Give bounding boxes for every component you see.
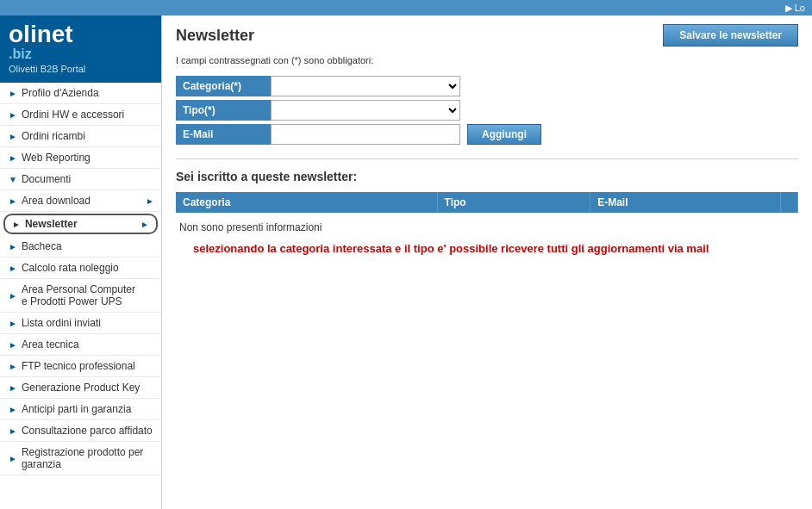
arrow-icon: ► (12, 220, 21, 229)
arrow-icon: ► (9, 110, 17, 120)
arrow-icon: ► (9, 242, 17, 251)
arrow-icon: ► (9, 405, 17, 414)
sidebar-label: Area Personal Computere Prodotti Power U… (22, 283, 135, 307)
save-newsletter-button[interactable]: Salvare le newsletter (663, 24, 798, 47)
tipo-label: Tipo(*) (176, 100, 271, 121)
newsletter-table: Categoria Tipo E-Mail (176, 192, 798, 213)
required-notice: I campi contrassegnati con (*) sono obbl… (176, 55, 798, 65)
sub-arrow-icon: ► (141, 220, 149, 229)
col-action (781, 192, 798, 213)
sidebar-item-bacheca[interactable]: ► Bacheca (0, 236, 161, 258)
email-row: E-Mail Aggiungi (176, 124, 798, 145)
categoria-label: Categoria(*) (176, 76, 271, 96)
arrow-icon: ► (9, 132, 17, 141)
sidebar-item-ordini-hw[interactable]: ► Ordini HW e accessori (0, 104, 161, 126)
add-button[interactable]: Aggiungi (467, 124, 541, 145)
arrow-icon: ▼ (9, 175, 17, 184)
page-header: Newsletter Salvare le newsletter (176, 24, 798, 47)
arrow-icon: ► (9, 454, 17, 463)
sidebar-item-area-download[interactable]: ► Area download ► (0, 190, 161, 212)
sidebar-label: Lista ordini inviati (22, 317, 101, 329)
arrow-icon: ► (9, 196, 17, 206)
col-tipo: Tipo (437, 192, 590, 213)
logo-area: olinet .biz Olivetti B2B Portal (0, 16, 161, 83)
logo-biz: .biz (9, 47, 153, 62)
arrow-icon: ► (9, 383, 17, 393)
sidebar-label: Anticipi parti in garanzia (22, 403, 131, 415)
sidebar-label: Calcolo rata noleggio (22, 262, 119, 274)
sidebar-label: Documenti (22, 173, 71, 185)
logo-olinet: olinet (9, 22, 153, 47)
page-title: Newsletter (176, 27, 254, 45)
sidebar-item-documenti[interactable]: ▼ Documenti (0, 169, 161, 190)
sidebar-label: Area tecnica (22, 338, 79, 351)
sidebar-label: Profilo d'Azienda (22, 87, 99, 99)
arrow-icon: ► (9, 291, 17, 301)
arrow-icon: ► (9, 153, 17, 163)
sidebar-label: Consultazione parco affidato (22, 425, 153, 437)
arrow-icon: ► (9, 264, 17, 273)
col-email: E-Mail (590, 192, 781, 213)
tipo-row: Tipo(*) (176, 100, 798, 121)
sidebar-item-consultazione-parco[interactable]: ► Consultazione parco affidato (0, 420, 161, 442)
sidebar-item-lista-ordini[interactable]: ► Lista ordini inviati (0, 313, 161, 334)
no-info-message: Non sono presenti informazioni (176, 221, 798, 233)
sub-arrow-icon: ► (146, 196, 154, 206)
sidebar-label: Ordini ricambi (22, 130, 85, 142)
col-categoria: Categoria (176, 192, 437, 213)
sidebar-label: Web Reporting (22, 152, 91, 164)
sidebar-item-ftp-tecnico[interactable]: ► FTP tecnico professional (0, 356, 161, 377)
sidebar-label: Ordini HW e accessori (22, 109, 124, 121)
arrow-icon: ► (9, 89, 17, 98)
sidebar-item-profilo[interactable]: ► Profilo d'Azienda (0, 83, 161, 104)
top-bar: ▶ Lo (0, 0, 812, 16)
sidebar-label: Generazione Product Key (22, 382, 140, 394)
email-input[interactable] (271, 124, 460, 145)
arrow-icon: ► (9, 426, 17, 436)
arrow-icon: ► (9, 319, 17, 328)
logo-subtitle: Olivetti B2B Portal (9, 64, 153, 74)
info-message: selezionando la categoria interessata e … (176, 240, 798, 258)
sidebar-item-newsletter[interactable]: ► Newsletter ► (3, 214, 158, 234)
sidebar-label: Registrazione prodotto per garanzia (22, 446, 154, 470)
sidebar-item-generazione-pk[interactable]: ► Generazione Product Key (0, 377, 161, 399)
arrow-icon: ► (9, 340, 17, 350)
separator (176, 158, 798, 159)
sidebar-item-registrazione-prodotto[interactable]: ► Registrazione prodotto per garanzia (0, 442, 161, 475)
sidebar-item-ordini-ricambi[interactable]: ► Ordini ricambi (0, 126, 161, 147)
login-link[interactable]: ▶ Lo (785, 3, 805, 14)
sidebar-item-area-tecnica[interactable]: ► Area tecnica (0, 334, 161, 356)
sidebar: olinet .biz Olivetti B2B Portal ► Profil… (0, 16, 162, 509)
sidebar-item-web-reporting[interactable]: ► Web Reporting (0, 147, 161, 169)
categoria-row: Categoria(*) (176, 76, 798, 96)
categoria-select[interactable] (271, 76, 460, 96)
email-label: E-Mail (176, 124, 271, 145)
arrow-icon: ► (9, 362, 17, 371)
table-header-row: Categoria Tipo E-Mail (176, 192, 798, 213)
sidebar-item-calcolo-rata[interactable]: ► Calcolo rata noleggio (0, 258, 161, 279)
sidebar-label: Area download (22, 195, 91, 207)
sidebar-label: Bacheca (22, 240, 62, 252)
sidebar-label: Newsletter (25, 218, 78, 230)
sidebar-item-anticipi-parti[interactable]: ► Anticipi parti in garanzia (0, 399, 161, 420)
sidebar-label: FTP tecnico professional (22, 360, 135, 372)
sidebar-item-area-personal[interactable]: ► Area Personal Computere Prodotti Power… (0, 279, 161, 313)
content-area: Newsletter Salvare le newsletter I campi… (162, 16, 812, 509)
tipo-select[interactable] (271, 100, 460, 121)
main-layout: olinet .biz Olivetti B2B Portal ► Profil… (0, 16, 812, 509)
subscribed-title: Sei iscritto a queste newsletter: (176, 170, 798, 183)
